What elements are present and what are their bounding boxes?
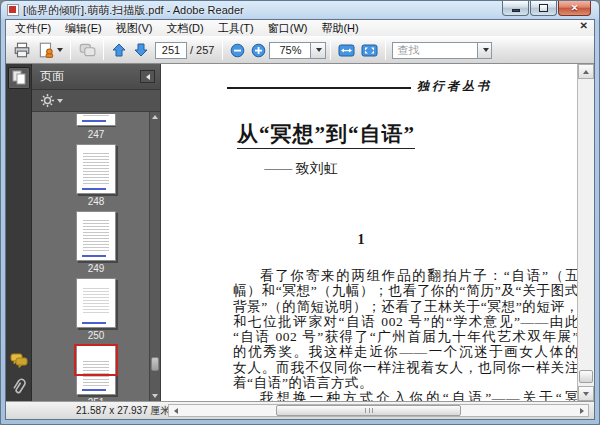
- scroll-right-button[interactable]: [575, 405, 588, 416]
- pages-panel-button[interactable]: [8, 67, 30, 89]
- thumbnail-preview: [83, 288, 109, 313]
- next-page-button[interactable]: [130, 39, 152, 61]
- current-view-red-box: [74, 344, 118, 376]
- toolbar-separator: [385, 40, 386, 60]
- scroll-up-button[interactable]: [578, 64, 594, 79]
- horizontal-scroll-thumb[interactable]: [276, 405, 461, 416]
- toolbar-separator: [70, 40, 71, 60]
- previous-page-button[interactable]: [108, 39, 130, 61]
- minus-circle-icon: [230, 43, 245, 58]
- share-document-button[interactable]: [34, 39, 66, 61]
- section-number: 1: [161, 232, 561, 248]
- document-close-icon[interactable]: ✕: [580, 21, 588, 31]
- pages-panel: 页面 247: [32, 64, 161, 401]
- series-header: 独行者丛书: [417, 78, 492, 95]
- pages-icon: [11, 70, 27, 86]
- page-number-input[interactable]: [155, 42, 187, 59]
- status-bar: 21.587 x 27.937 厘米: [6, 402, 594, 419]
- close-button[interactable]: ✕: [558, 1, 591, 16]
- find-dropdown-button[interactable]: [478, 42, 492, 59]
- scroll-down-button[interactable]: [578, 386, 594, 401]
- thumbnail-preview: [83, 218, 109, 251]
- title-bar[interactable]: [临界的倾听].萌萌.扫描版.pdf - Adobe Reader ✕: [1, 1, 599, 19]
- main-area: 页面 247: [6, 64, 594, 402]
- adobe-reader-window: [临界的倾听].萌萌.扫描版.pdf - Adobe Reader ✕ 文件(F…: [0, 0, 600, 425]
- text-line: 着“自语”的语言方式。: [233, 375, 577, 390]
- panel-title: 页面: [40, 68, 64, 85]
- horizontal-scrollbar[interactable]: [168, 404, 589, 417]
- thumbnail-label: 248: [88, 196, 105, 207]
- maximize-button[interactable]: [530, 1, 557, 16]
- vertical-scroll-thumb[interactable]: [579, 370, 593, 383]
- menu-item-tools[interactable]: 工具(T): [211, 20, 261, 37]
- thumbnail-blue-strip: [82, 188, 106, 190]
- thumbnail-scroll-thumb[interactable]: [151, 357, 159, 371]
- collaborate-button-disabled: [75, 39, 99, 61]
- horizontal-scroll-track[interactable]: [182, 405, 575, 416]
- text-line: 女人。而我不仅同你一样注视着女人，也同你一样关注: [233, 360, 577, 375]
- scroll-grip: [365, 408, 373, 413]
- text-line: 和七位批评家对“自语 002 号”的“学术意见”——由此: [233, 314, 577, 329]
- scroll-up-icon: [152, 115, 158, 119]
- thumbnail-label: 247: [88, 129, 105, 140]
- text-line: 幅）和“冥想”（九幅）；也看了你的“简历”及“关于图式: [233, 283, 577, 298]
- thumbnail-page-249[interactable]: [76, 211, 116, 261]
- zoom-out-button[interactable]: [227, 39, 248, 61]
- attachments-panel-button[interactable]: [8, 375, 30, 397]
- options-gear-button[interactable]: [40, 93, 63, 108]
- up-arrow-icon: [111, 42, 127, 58]
- find-input[interactable]: [392, 42, 478, 59]
- text-line: 的优秀奖。我这样走近你——一个沉迷于画女人体的: [233, 344, 577, 359]
- fit-width-icon: [338, 43, 355, 58]
- thumbnail-page-248[interactable]: [76, 144, 116, 194]
- fit-width-button[interactable]: [335, 39, 358, 61]
- fit-page-icon: [361, 43, 378, 58]
- client-area: 文件(F) 编辑(E) 视图(V) 文档(D) 工具(T) 窗口(W) 帮助(H…: [5, 19, 595, 420]
- print-button[interactable]: [10, 39, 34, 61]
- menu-item-edit[interactable]: 编辑(E): [58, 20, 109, 37]
- menu-item-file[interactable]: 文件(F): [8, 20, 58, 37]
- document-page: 独行者丛书 从“冥想”到“自语” —— 致刘虹 1 看了你寄来的两组作品的翻拍片…: [161, 64, 577, 401]
- page-total-label: / 257: [190, 44, 214, 56]
- zoom-level-value[interactable]: 75%: [269, 42, 311, 59]
- menu-item-view[interactable]: 视图(V): [109, 20, 160, 37]
- fit-page-button[interactable]: [358, 39, 381, 61]
- text-line: 我想换一种方式介入你的“自语”——关于“冥: [233, 390, 577, 401]
- zoom-dropdown-button[interactable]: [311, 42, 326, 59]
- scroll-left-button[interactable]: [169, 405, 182, 416]
- thumbnail-scrollbar[interactable]: [149, 112, 160, 401]
- text-line: “自语 002 号”获得了“广州首届九十年代艺术双年展”: [233, 329, 577, 344]
- thumbnail-page-251-current[interactable]: [76, 345, 116, 395]
- scroll-down-icon: [152, 394, 158, 398]
- maximize-icon: [539, 4, 548, 12]
- thumbnail-blue-strip: [82, 255, 106, 257]
- thumbnail-list: 247 248 249 250: [32, 112, 160, 401]
- menu-item-document[interactable]: 文档(D): [159, 20, 210, 37]
- scroll-down-icon: [583, 392, 589, 396]
- thumbnail-page-247[interactable]: [76, 114, 116, 127]
- toolbar-separator: [103, 40, 104, 60]
- pdf-file-icon: [7, 4, 19, 16]
- vertical-scrollbar[interactable]: [577, 64, 594, 401]
- page-title: 从“冥想”到“自语”: [171, 120, 481, 148]
- menu-item-help[interactable]: 帮助(H): [314, 20, 365, 37]
- thumbnail-blue-strip: [82, 322, 106, 324]
- minimize-button[interactable]: [502, 1, 529, 16]
- body-text: 看了你寄来的两组作品的翻拍片子：“自语”（五 幅）和“冥想”（九幅）；也看了你的…: [233, 268, 577, 401]
- minimize-icon: [512, 9, 520, 12]
- comments-icon: [10, 353, 28, 368]
- collapse-panel-button[interactable]: [140, 70, 155, 83]
- zoom-in-button[interactable]: [248, 39, 269, 61]
- thumbnail-preview: [83, 151, 109, 184]
- toolbar-separator: [330, 40, 331, 60]
- gear-icon: [40, 93, 55, 108]
- page-dimensions: 21.587 x 27.937 厘米: [76, 404, 171, 418]
- thumbnail-page-250[interactable]: [76, 278, 116, 328]
- comments-panel-button[interactable]: [8, 349, 30, 371]
- document-view[interactable]: 独行者丛书 从“冥想”到“自语” —— 致刘虹 1 看了你寄来的两组作品的翻拍片…: [161, 64, 577, 401]
- menu-item-window[interactable]: 窗口(W): [261, 20, 315, 37]
- paperclip-icon: [11, 377, 27, 395]
- panel-header: 页面: [32, 64, 160, 90]
- thumbnail-label: 249: [88, 263, 105, 274]
- chevron-down-icon: [483, 48, 489, 52]
